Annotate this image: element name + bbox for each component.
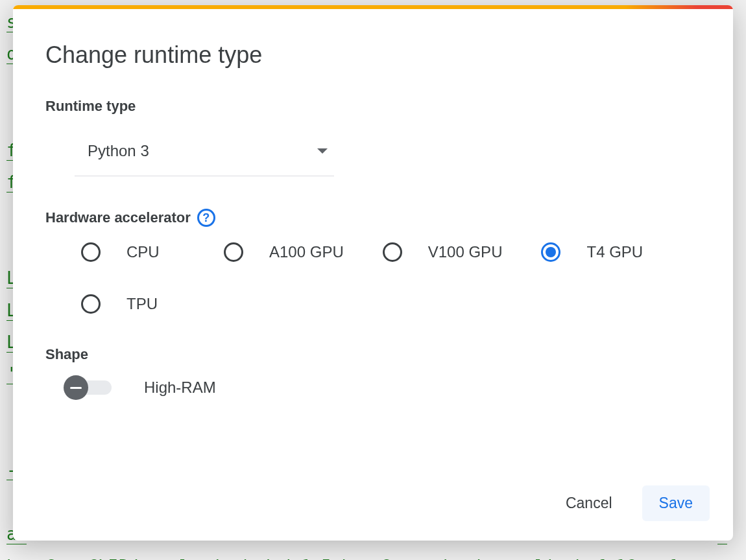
- runtime-type-label: Runtime type: [45, 98, 701, 115]
- cancel-button[interactable]: Cancel: [549, 485, 629, 521]
- accelerator-radio-group: CPU A100 GPU V100 GPU T4 GPU TPU: [81, 242, 701, 314]
- radio-icon-selected: [541, 242, 560, 262]
- chevron-down-icon: [317, 148, 328, 154]
- accelerator-label: Hardware accelerator ?: [45, 209, 701, 227]
- runtime-dialog: Change runtime type Runtime type Python …: [13, 5, 733, 541]
- radio-a100[interactable]: A100 GPU: [224, 242, 344, 262]
- dialog-title: Change runtime type: [45, 41, 701, 69]
- accelerator-label-text: Hardware accelerator: [45, 209, 191, 226]
- shape-label: Shape: [45, 346, 701, 363]
- radio-label: CPU: [126, 243, 160, 261]
- radio-cpu[interactable]: CPU: [81, 242, 185, 262]
- runtime-type-label-text: Runtime type: [45, 98, 136, 115]
- radio-label: A100 GPU: [269, 243, 344, 261]
- high-ram-row: High-RAM: [65, 379, 701, 397]
- radio-icon: [224, 242, 243, 262]
- radio-tpu[interactable]: TPU: [81, 294, 185, 314]
- save-button[interactable]: Save: [642, 485, 710, 521]
- radio-label: V100 GPU: [428, 243, 503, 261]
- runtime-type-value: Python 3: [88, 142, 149, 160]
- radio-icon: [81, 294, 101, 314]
- radio-dot-icon: [546, 247, 556, 257]
- shape-label-text: Shape: [45, 346, 88, 363]
- radio-icon: [81, 242, 101, 262]
- toggle-disabled-icon: [64, 375, 88, 400]
- radio-t4[interactable]: T4 GPU: [541, 242, 645, 262]
- radio-icon: [383, 242, 402, 262]
- help-icon[interactable]: ?: [197, 209, 215, 227]
- radio-label: TPU: [126, 295, 158, 313]
- runtime-type-dropdown[interactable]: Python 3: [75, 130, 334, 176]
- bg-path-text: beta2 unCLIP/resolve/main/wd-1-5-beta2-a…: [6, 557, 707, 560]
- radio-label: T4 GPU: [586, 243, 643, 261]
- dialog-body: Change runtime type Runtime type Python …: [13, 9, 733, 479]
- radio-v100[interactable]: V100 GPU: [383, 242, 503, 262]
- dialog-actions: Cancel Save: [13, 479, 733, 541]
- high-ram-toggle[interactable]: [65, 380, 112, 395]
- high-ram-label: High-RAM: [144, 379, 216, 397]
